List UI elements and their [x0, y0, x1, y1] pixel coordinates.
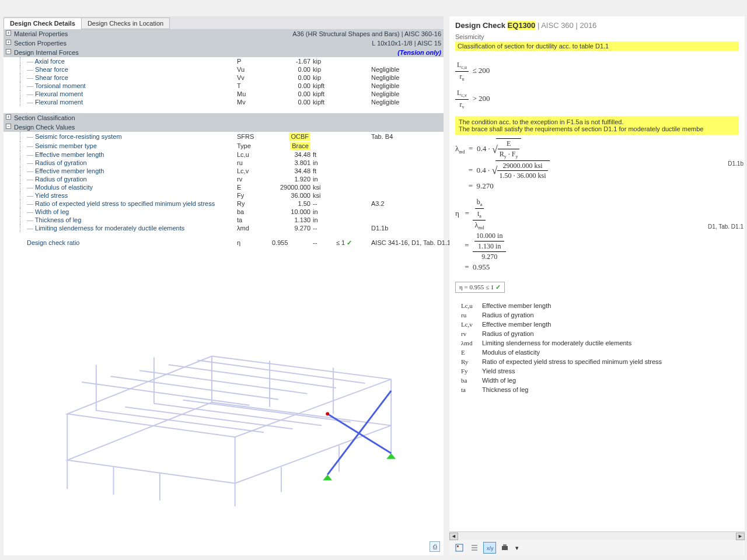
svg-line-25: [327, 391, 391, 475]
check-value-row: Radius of gyrationru3.801in: [4, 159, 444, 167]
force-row: Flexural momentMv0.00kipftNegligible: [4, 98, 444, 106]
check-value-row: Seismic member typeTypeBrace: [4, 141, 444, 150]
seismicity-label: Seismicity: [449, 32, 745, 41]
section-design-internal-forces[interactable]: − Design Internal Forces (Tension only): [4, 48, 444, 57]
svg-marker-27: [386, 453, 396, 459]
svg-rect-35: [502, 546, 508, 550]
legend-row: FyYield stress: [461, 366, 733, 376]
force-row: Axial forceP-1.67kip: [4, 57, 444, 65]
legend-row: EModulus of elasticity: [461, 348, 733, 357]
view-list-button[interactable]: [468, 542, 481, 554]
right-panel: Design Check EQ1300 | AISC 360 | 2016 Se…: [449, 16, 745, 555]
eta-formula: η = bataλmd = 10.000 in1.130 in9.270 = 0…: [455, 197, 739, 272]
check-value-row: Modulus of elasticityE29000.000ksi: [4, 183, 444, 191]
svg-rect-30: [457, 545, 459, 547]
section-design-check-values[interactable]: − Design Check Values: [4, 123, 444, 132]
view-details-button[interactable]: [453, 542, 466, 554]
force-row: Shear forceVu0.00kipNegligible: [4, 65, 444, 74]
condition-2: Lc,vrv > 200: [455, 88, 739, 110]
final-result-box: η = 0.955 ≤ 1 ✓: [455, 282, 505, 293]
ref-tag: D1, Tab. D1.1: [708, 223, 743, 230]
force-row: Torsional momentT0.00kipftNegligible: [4, 82, 444, 90]
condition-1: Lc,uru ≤ 200: [455, 60, 739, 82]
legend-row: Lc,uEffective member length: [461, 301, 733, 310]
check-value-row: Thickness of legta1.130in: [4, 216, 444, 224]
check-value-row: Yield stressFy36.000ksi: [4, 191, 444, 200]
print-view-button[interactable]: ⎙: [430, 541, 440, 552]
warning-message: The condition acc. to the exception in F…: [455, 116, 739, 135]
check-ok-icon: ✓: [347, 239, 352, 246]
right-toolbar: x/y ▾: [449, 540, 745, 555]
tab-design-checks-in-location[interactable]: Design Checks in Location: [81, 18, 170, 29]
lambda-formula: λmd = 0.4 · √ERy · Fy = 0.4 · √29000.000…: [455, 138, 739, 191]
legend-row: Lc,vEffective member length: [461, 320, 733, 329]
structure-3d-render: [21, 271, 426, 534]
svg-line-20: [111, 376, 278, 400]
model-viewport[interactable]: ⎙: [4, 249, 444, 555]
tabs-bar: Design Check Details Design Checks in Lo…: [4, 16, 444, 29]
collapse-icon[interactable]: −: [6, 49, 11, 54]
check-value-row: Seismic force-resisting systemSFRSOCBFTa…: [4, 132, 444, 141]
svg-line-19: [82, 382, 249, 405]
svg-rect-29: [456, 544, 463, 551]
legend-row: ruRadius of gyration: [461, 310, 733, 320]
svg-rect-36: [503, 544, 507, 546]
tab-design-check-details[interactable]: Design Check Details: [4, 18, 82, 29]
svg-point-26: [326, 412, 329, 415]
legend-row: taThickness of leg: [461, 385, 733, 394]
expand-icon[interactable]: +: [6, 114, 11, 120]
legend-row: baWidth of leg: [461, 376, 733, 385]
print-button[interactable]: [498, 542, 511, 554]
horizontal-scrollbar[interactable]: ◄ ►: [449, 531, 745, 540]
svg-marker-28: [323, 474, 332, 480]
classification-note: Classification of section for ductility …: [455, 41, 739, 51]
check-value-row: Width of legba10.000in: [4, 208, 444, 216]
formula-panel: Lc,uru ≤ 200 Lc,vrv > 200 The condition …: [449, 54, 745, 531]
legend-row: rvRadius of gyration: [461, 329, 733, 338]
design-check-ratio-row: Design check ratio η 0.955 -- ≤ 1 ✓ AISC…: [4, 237, 444, 249]
force-row: Shear forceVv0.00kipNegligible: [4, 74, 444, 82]
legend-row: RyRatio of expected yield stress to spec…: [461, 357, 733, 366]
tree-grid: + Material Properties A36 (HR Structural…: [4, 29, 444, 249]
dropdown-arrow-icon[interactable]: ▾: [514, 542, 521, 554]
view-formula-button[interactable]: x/y: [483, 542, 496, 554]
viewport-controls: ⎙: [430, 541, 440, 552]
section-classification[interactable]: + Section Classification: [4, 113, 444, 123]
legend: Lc,uEffective member lengthruRadius of g…: [455, 293, 739, 402]
design-check-title: Design Check EQ1300 | AISC 360 | 2016: [449, 16, 745, 32]
section-material-properties[interactable]: + Material Properties A36 (HR Structural…: [4, 29, 444, 38]
scroll-right-icon[interactable]: ►: [736, 533, 745, 540]
left-panel: Design Check Details Design Checks in Lo…: [0, 0, 444, 560]
expand-icon[interactable]: +: [6, 40, 11, 45]
scroll-left-icon[interactable]: ◄: [449, 533, 458, 540]
ref-tag: D1.1b: [728, 160, 743, 167]
check-value-row: Ratio of expected yield stress to specif…: [4, 200, 444, 208]
legend-row: λmdLimiting slenderness for moderately d…: [461, 338, 733, 348]
check-value-row: Effective member lengthLc,u34.48ft: [4, 150, 444, 159]
svg-text:x/y: x/y: [487, 545, 494, 551]
svg-line-21: [139, 370, 307, 394]
check-value-row: Radius of gyrationrv1.920in: [4, 175, 444, 183]
check-value-row: Limiting slenderness for moderately duct…: [4, 224, 444, 232]
collapse-icon[interactable]: −: [6, 124, 11, 129]
expand-icon[interactable]: +: [6, 30, 11, 36]
check-value-row: Effective member lengthLc,v34.48ft: [4, 167, 444, 175]
force-row: Flexural momentMu0.00kipftNegligible: [4, 90, 444, 98]
section-section-properties[interactable]: + Section Properties L 10x10x1-1/8 | AIS…: [4, 38, 444, 48]
check-ok-icon: ✓: [495, 284, 501, 290]
